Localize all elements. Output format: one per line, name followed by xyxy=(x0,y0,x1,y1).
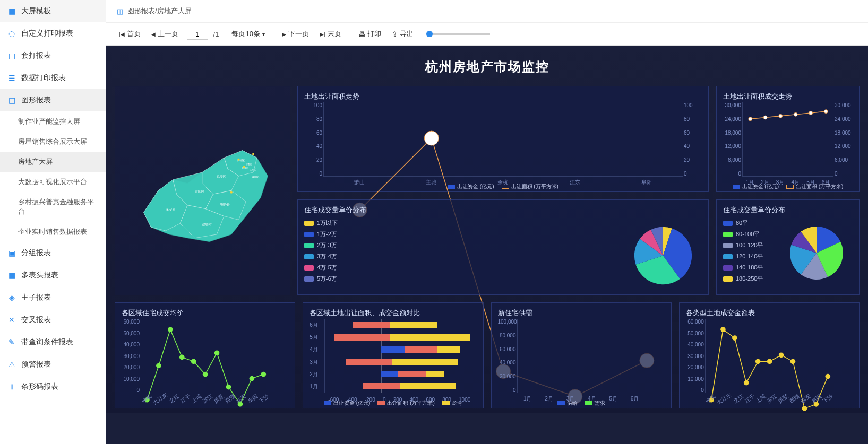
svg-text:萧山区: 萧山区 xyxy=(252,175,260,178)
nav-item-warn-report[interactable]: ⚠ 预警报表 xyxy=(0,353,106,376)
nav-sub-manufacturing[interactable]: 制作业产能监控大屏 xyxy=(0,111,106,132)
first-page-button[interactable]: |◀首页 xyxy=(115,27,145,41)
pie-chart xyxy=(785,221,848,285)
nav-item-big-screen-template[interactable]: ▦ 大屏模板 xyxy=(0,0,106,22)
legend-area: 出让面积 (万平方米) xyxy=(387,399,434,407)
nav-item-custom-print[interactable]: ◌ 自定义打印报表 xyxy=(0,22,106,45)
nav-sub-rural-finance[interactable]: 乡村振兴普惠金融服务平台 xyxy=(0,192,106,222)
nav-label: 多表头报表 xyxy=(21,271,58,280)
prev-page-button[interactable]: ◀上一页 xyxy=(147,27,183,41)
nav-item-parentchild-report[interactable]: ◈ 主子报表 xyxy=(0,286,106,309)
dashboard-scroll[interactable]: 杭州房地产市场监控 土地出让面积走势 100806040200 10080604… xyxy=(106,46,868,444)
svg-text:临安区: 临安区 xyxy=(217,175,227,178)
chart-icon: ◫ xyxy=(117,7,123,15)
svg-text:富阳区: 富阳区 xyxy=(195,189,204,193)
print-batch-icon: ▤ xyxy=(7,51,16,60)
print-button[interactable]: 🖶打印 xyxy=(354,27,385,41)
nav-label: 自定义打印报表 xyxy=(21,29,73,38)
legend-demand: 需求 xyxy=(595,399,605,407)
nav-sub-real-estate[interactable]: 房地产大屏 xyxy=(0,152,106,172)
svg-point-38 xyxy=(732,335,737,341)
card-title: 各区域住宅成交均价 xyxy=(122,308,288,318)
svg-point-24 xyxy=(824,110,828,114)
export-button[interactable]: ⇪导出 xyxy=(388,27,418,41)
nav-label: 条形码报表 xyxy=(21,382,58,391)
export-icon: ⇪ xyxy=(392,30,398,38)
svg-point-39 xyxy=(744,380,749,386)
legend: 出让资金 (亿元) 出让面积 (万平方米) xyxy=(717,183,859,190)
svg-point-27 xyxy=(168,327,173,332)
print-custom-icon: ◌ xyxy=(7,29,16,38)
chevron-down-icon: ▾ xyxy=(262,31,265,37)
svg-point-46 xyxy=(825,374,830,379)
svg-point-17 xyxy=(243,166,245,168)
next-page-button[interactable]: ▶下一页 xyxy=(278,27,313,41)
nav-label: 预警报表 xyxy=(21,360,51,369)
prev-label: 上一页 xyxy=(158,29,178,39)
barcode-icon: ⦀ xyxy=(7,382,16,391)
nav-item-batch-print[interactable]: ▤ 套打报表 xyxy=(0,45,106,67)
nav-sub-big-data-viz[interactable]: 大数据可视化展示平台 xyxy=(0,172,106,192)
pie-legend: 1万以下1万-2万2万-3万3万-4万4万-5万5万-6万 xyxy=(304,219,338,283)
nav-item-multihead-report[interactable]: ▦ 多表头报表 xyxy=(0,264,106,286)
card-title: 住宅成交量单价分布 xyxy=(304,205,702,215)
monitor-icon: ▦ xyxy=(7,7,16,15)
svg-point-20 xyxy=(763,116,767,119)
svg-point-28 xyxy=(179,355,185,360)
card-land-type-amount: 各类型土地成交金额表 60,00050,00040,00030,00020,00… xyxy=(679,302,860,408)
next-icon: ▶ xyxy=(282,31,286,37)
chart-c8: 60,00050,00040,00030,00020,00010,0000 余杭… xyxy=(686,319,853,393)
card-land-deal-trend: 土地出让面积成交走势 30,00024,00018,00012,0006,000… xyxy=(716,86,860,192)
nav-item-group-report[interactable]: ▣ 分组报表 xyxy=(0,242,106,264)
page-input[interactable] xyxy=(187,29,208,40)
card-title: 各区域土地出让面积、成交金额对比 xyxy=(310,308,476,318)
export-label: 导出 xyxy=(400,29,414,39)
nav-item-chart-report[interactable]: ◫ 图形报表 xyxy=(0,89,106,111)
legend-supply: 供给 xyxy=(567,399,578,407)
nav-item-cross-report[interactable]: ✕ 交叉报表 xyxy=(0,309,106,331)
svg-point-23 xyxy=(809,111,813,115)
nav-item-query-report[interactable]: ✎ 带查询条件报表 xyxy=(0,331,106,353)
zoom-slider[interactable] xyxy=(426,33,490,35)
card-price-dist-left: 住宅成交量单价分布 1万以下1万-2万2万-3万3万-4万4万-5万5万-6万 xyxy=(297,199,709,295)
slider-thumb[interactable] xyxy=(426,31,433,37)
chart-c7: 100,00080,00060,00040,00020,0000 1月2月3月4… xyxy=(498,319,665,393)
nav-label: 数据打印报表 xyxy=(21,73,66,83)
dashboard: 杭州房地产市场监控 土地出让面积走势 100806040200 10080604… xyxy=(106,46,868,413)
legend-prof: 盈亏 xyxy=(452,399,462,407)
svg-text:建德市: 建德市 xyxy=(202,222,212,225)
nav-item-data-print[interactable]: ☰ 数据打印报表 xyxy=(0,67,106,89)
nav-label: 套打报表 xyxy=(21,51,51,60)
breadcrumb: ◫ 图形报表/房地产大屏 xyxy=(106,0,868,23)
card-title: 土地出让面积成交走势 xyxy=(723,92,853,101)
chart-icon: ◫ xyxy=(7,96,16,105)
chart-c6: 6月5月4月3月2月1月 -600-400-200020040060080010… xyxy=(310,319,476,393)
svg-point-42 xyxy=(778,353,784,358)
card-title: 各类型土地成交金额表 xyxy=(686,308,853,318)
svg-point-31 xyxy=(214,351,220,356)
pie-chart xyxy=(629,221,698,290)
nav-sub-enterprise-sales[interactable]: 企业实时销售数据报表 xyxy=(0,222,106,242)
card-avg-price: 各区域住宅成交均价 60,00050,00040,00030,00020,000… xyxy=(115,302,295,408)
svg-point-34 xyxy=(250,376,255,381)
svg-point-19 xyxy=(749,117,752,121)
data-print-icon: ☰ xyxy=(7,74,16,82)
svg-point-35 xyxy=(261,372,266,377)
last-page-button[interactable]: ▶|末页 xyxy=(315,27,346,41)
page-total: /1 xyxy=(213,30,219,38)
last-icon: ▶| xyxy=(320,31,325,37)
nav-sub-house-sales[interactable]: 房屋销售综合展示大屏 xyxy=(0,132,106,152)
toolbar: |◀首页 ◀上一页 /1 每页10条 ▾ ▶下一页 ▶|末页 🖶打印 ⇪导出 xyxy=(106,23,868,46)
nav-item-barcode-report[interactable]: ⦀ 条形码报表 xyxy=(0,376,106,398)
multihead-icon: ▦ xyxy=(7,271,16,280)
cross-icon: ✕ xyxy=(7,316,16,324)
parentchild-icon: ◈ xyxy=(7,293,16,302)
legend-amount: 出让资金 (亿元) xyxy=(742,183,779,190)
legend: 出让资金 (亿元) 出让面积 (万平方米) xyxy=(298,183,708,190)
svg-point-26 xyxy=(156,363,161,369)
pagesize-select[interactable]: 每页10条 ▾ xyxy=(227,27,269,41)
nav-label: 主子报表 xyxy=(21,293,51,302)
group-icon: ▣ xyxy=(7,249,16,257)
main: ◫ 图形报表/房地产大屏 |◀首页 ◀上一页 /1 每页10条 ▾ ▶下一页 ▶… xyxy=(106,0,868,444)
warn-icon: ⚠ xyxy=(7,360,16,369)
